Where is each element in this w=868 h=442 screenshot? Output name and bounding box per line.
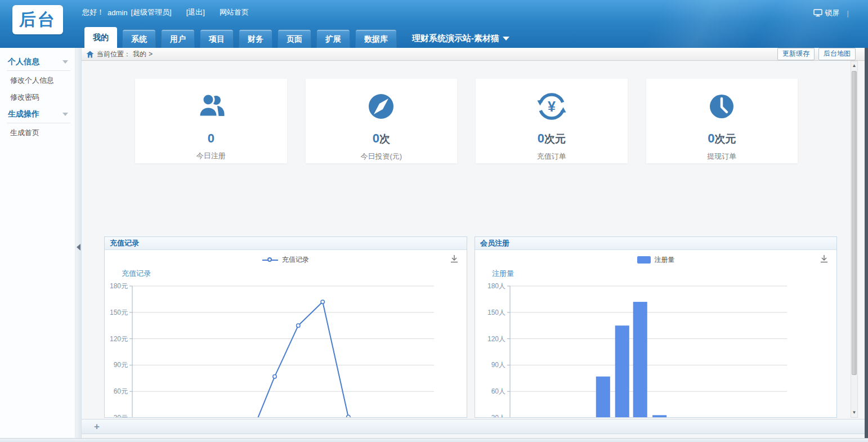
svg-text:60元: 60元 <box>114 387 128 395</box>
sidebar: 个人信息 修改个人信息 修改密码 生成操作 生成首页 <box>0 48 75 439</box>
svg-text:90人: 90人 <box>491 361 505 369</box>
site-map-button[interactable]: 后台地图 <box>818 48 856 60</box>
svg-text:120人: 120人 <box>487 335 505 343</box>
bottom-tab-bar: + <box>82 419 865 434</box>
y-axis-title: 注册量 <box>492 269 514 279</box>
stat-value: 0 <box>373 131 379 145</box>
tab-finance[interactable]: 财务 <box>239 29 272 48</box>
line-legend-marker-icon <box>262 260 278 261</box>
stat-card-investment: 0次 今日投资(元) <box>306 79 458 163</box>
stat-unit: 次 <box>379 133 390 145</box>
svg-text:90元: 90元 <box>114 361 128 369</box>
legend-recharge[interactable]: 充值记录 <box>105 255 467 265</box>
tab-users[interactable]: 用户 <box>161 29 195 48</box>
stat-card-withdraw-orders: 0次元 提现订单 <box>646 79 798 163</box>
tab-projects[interactable]: 项目 <box>200 29 234 48</box>
breadcrumb-current[interactable]: 我的 <box>133 50 146 59</box>
sidebar-section-generate[interactable]: 生成操作 <box>7 105 70 123</box>
stat-label: 提现订单 <box>646 151 798 162</box>
tab-my[interactable]: 我的 <box>84 27 117 48</box>
sidebar-collapse-arrow[interactable] <box>77 244 80 251</box>
top-header: 后台 您好！admin [超级管理员] [退出] 网站首页 锁屏 | 我的 系统… <box>0 0 868 48</box>
sidebar-gutter <box>75 48 82 439</box>
stat-value: 0 <box>708 131 714 145</box>
logout-link[interactable]: [退出] <box>186 7 205 17</box>
chevron-down-icon <box>62 113 68 116</box>
stat-card-recharge-orders: ¥ 0次元 充值订单 <box>476 79 628 163</box>
panel-title: 充值记录 <box>105 237 467 250</box>
site-title-label: 理财系统演示站-素材猫 <box>412 33 499 44</box>
tab-system[interactable]: 系统 <box>122 29 156 48</box>
monitor-icon <box>813 9 822 17</box>
update-cache-button[interactable]: 更新缓存 <box>777 48 815 60</box>
window-edge <box>865 48 868 439</box>
legend-label: 注册量 <box>655 255 675 265</box>
tab-pages[interactable]: 页面 <box>278 29 311 48</box>
breadcrumb-bar: 当前位置： 我的 > 更新缓存 后台地图 <box>82 48 865 61</box>
tab-extensions[interactable]: 扩展 <box>316 29 350 48</box>
panel-member-registration: 会员注册 注册量 注册量 180人150人120人90人60人30人 <box>475 236 837 418</box>
user-role: [超级管理员] <box>131 7 171 17</box>
users-icon <box>195 91 227 122</box>
clock-icon <box>706 91 737 122</box>
logo[interactable]: 后台 <box>12 5 63 34</box>
vertical-scrollbar[interactable]: ▲ ▼ <box>851 61 858 418</box>
chevron-down-icon <box>62 60 68 64</box>
yen-circle-icon: ¥ <box>536 91 567 122</box>
y-axis-title: 充值记录 <box>122 269 151 279</box>
footer-strip <box>0 438 868 442</box>
home-icon <box>86 51 94 58</box>
chevron-down-icon <box>503 37 509 41</box>
panel-title: 会员注册 <box>475 237 836 250</box>
stat-value: 0 <box>208 131 214 145</box>
svg-text:30元: 30元 <box>114 414 128 418</box>
header-sheen <box>493 0 868 48</box>
sidebar-item-edit-profile[interactable]: 修改个人信息 <box>7 71 70 88</box>
divider: | <box>847 9 849 17</box>
site-title-dropdown[interactable]: 理财系统演示站-素材猫 <box>412 33 509 44</box>
stat-value: 0 <box>538 131 544 145</box>
stat-cards-row: 0 今日注册 0次 今日投资(元) ¥ <box>135 79 798 163</box>
svg-text:150元: 150元 <box>110 309 128 316</box>
breadcrumb-label: 当前位置： <box>97 50 131 59</box>
scroll-up-arrow-icon[interactable]: ▲ <box>851 62 857 70</box>
svg-text:¥: ¥ <box>548 99 556 114</box>
compass-icon <box>365 91 397 122</box>
svg-text:180元: 180元 <box>110 282 128 290</box>
tab-database[interactable]: 数据库 <box>355 29 397 48</box>
admin-dashboard-page: 后台 您好！admin [超级管理员] [退出] 网站首页 锁屏 | 我的 系统… <box>0 0 868 442</box>
download-icon[interactable] <box>450 255 459 265</box>
stat-unit: 次元 <box>544 133 566 145</box>
stat-card-registrations: 0 今日注册 <box>135 79 287 163</box>
svg-text:60人: 60人 <box>491 387 505 395</box>
svg-text:150人: 150人 <box>487 309 505 316</box>
section-title-label: 生成操作 <box>8 109 39 119</box>
lock-screen-label: 锁屏 <box>825 8 840 18</box>
breadcrumb-separator: > <box>149 50 153 58</box>
legend-registrations[interactable]: 注册量 <box>475 255 836 265</box>
add-tab-button[interactable]: + <box>94 422 100 431</box>
bar-legend-marker-icon <box>637 256 651 264</box>
stat-label: 今日投资(元) <box>306 151 458 162</box>
lock-screen-button[interactable]: 锁屏 | <box>813 8 849 18</box>
download-icon[interactable] <box>820 255 829 265</box>
panel-recharge-records: 充值记录 充值记录 充值记录 180元150元120元90元60元30元 <box>104 236 467 418</box>
sidebar-section-personal-info[interactable]: 个人信息 <box>7 52 70 71</box>
stat-label: 今日注册 <box>135 151 287 161</box>
sidebar-item-generate-homepage[interactable]: 生成首页 <box>7 123 70 140</box>
svg-text:120元: 120元 <box>110 335 128 343</box>
scrollbar-thumb[interactable] <box>852 71 857 375</box>
site-home-link[interactable]: 网站首页 <box>220 7 249 17</box>
username: admin <box>108 8 127 17</box>
scroll-down-arrow-icon[interactable]: ▼ <box>851 409 857 417</box>
legend-label: 充值记录 <box>282 255 309 265</box>
section-title-label: 个人信息 <box>8 57 39 67</box>
main-tabs: 我的 系统 用户 项目 财务 页面 扩展 数据库 理财系统演示站-素材猫 <box>84 27 509 48</box>
svg-text:180人: 180人 <box>487 282 505 290</box>
greeting-text: 您好！ <box>82 7 104 17</box>
user-bar: 您好！admin [超级管理员] [退出] 网站首页 <box>82 7 249 17</box>
sidebar-item-change-password[interactable]: 修改密码 <box>7 88 70 105</box>
stat-unit: 次元 <box>714 133 736 145</box>
svg-text:30人: 30人 <box>491 414 505 418</box>
stat-label: 充值订单 <box>476 151 628 162</box>
